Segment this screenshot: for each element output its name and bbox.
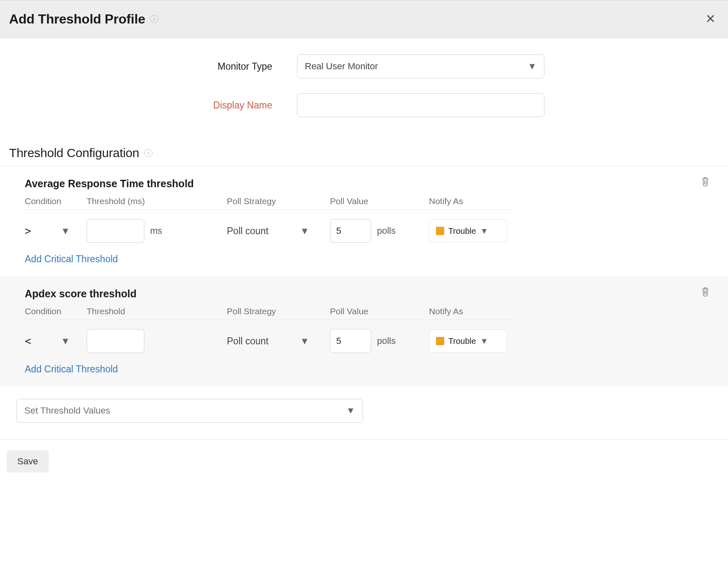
condition-select[interactable]: < ▼ [25, 329, 70, 353]
save-button[interactable]: Save [7, 450, 49, 473]
add-critical-threshold-link[interactable]: Add Critical Threshold [25, 364, 118, 375]
poll-value-input[interactable] [330, 219, 371, 243]
threshold-input[interactable] [87, 329, 144, 353]
set-threshold-values-select[interactable]: Set Threshold Values ▼ [16, 399, 363, 423]
caret-down-icon: ▼ [300, 336, 309, 347]
add-critical-threshold-link[interactable]: Add Critical Threshold [25, 254, 118, 265]
caret-down-icon: ▼ [346, 405, 355, 416]
display-name-input[interactable] [297, 93, 544, 117]
section-title: Threshold Configuration [9, 146, 139, 160]
delete-threshold-button[interactable] [701, 286, 710, 299]
dialog-header: Add Threshold Profile i ✕ [0, 0, 728, 38]
col-poll-value: Poll Value [330, 196, 429, 206]
monitor-type-select[interactable]: Real User Monitor ▼ [297, 54, 544, 78]
set-threshold-values-label: Set Threshold Values [24, 405, 110, 416]
col-notify: Notify As [429, 196, 507, 206]
poll-unit: polls [377, 226, 396, 236]
display-name-label: Display Name [8, 100, 272, 111]
caret-down-icon: ▼ [480, 336, 488, 346]
notify-as-select[interactable]: Trouble ▼ [429, 219, 507, 242]
delete-threshold-button[interactable] [701, 176, 710, 189]
notify-as-select[interactable]: Trouble ▼ [429, 329, 507, 353]
col-notify: Notify As [429, 306, 507, 316]
status-color-swatch [436, 227, 444, 235]
caret-down-icon: ▼ [528, 61, 537, 72]
page-title: Add Threshold Profile [9, 12, 145, 27]
condition-select[interactable]: > ▼ [25, 219, 70, 243]
threshold-title: Average Response Time threshold [25, 178, 703, 190]
poll-unit: polls [377, 336, 396, 346]
poll-strategy-value: Poll count [227, 226, 269, 237]
threshold-block-avg-response-time: Average Response Time threshold Conditio… [0, 166, 728, 276]
poll-strategy-value: Poll count [227, 336, 269, 347]
caret-down-icon: ▼ [300, 226, 309, 237]
col-threshold: Threshold [87, 306, 227, 316]
status-color-swatch [436, 337, 444, 345]
trash-icon [701, 176, 710, 187]
monitor-type-value: Real User Monitor [305, 61, 378, 72]
notify-as-value: Trouble [448, 336, 476, 346]
info-icon[interactable]: i [150, 15, 158, 23]
poll-strategy-select[interactable]: Poll count ▼ [227, 219, 309, 243]
threshold-unit: ms [150, 226, 162, 236]
poll-strategy-select[interactable]: Poll count ▼ [227, 329, 309, 353]
caret-down-icon: ▼ [61, 336, 70, 347]
caret-down-icon: ▼ [480, 226, 488, 236]
profile-form: Monitor Type Real User Monitor ▼ Display… [0, 38, 728, 138]
info-icon[interactable]: i [144, 149, 153, 157]
threshold-block-apdex: Apdex score threshold Condition Threshol… [0, 276, 728, 386]
poll-value-input[interactable] [330, 329, 371, 353]
threshold-input[interactable] [87, 219, 144, 243]
condition-value: < [25, 335, 31, 347]
condition-value: > [25, 225, 31, 237]
close-icon[interactable]: ✕ [702, 11, 719, 27]
col-poll-strategy: Poll Strategy [227, 306, 330, 316]
col-condition: Condition [25, 196, 87, 206]
caret-down-icon: ▼ [61, 226, 70, 237]
col-poll-value: Poll Value [330, 306, 429, 316]
trash-icon [701, 286, 710, 297]
notify-as-value: Trouble [448, 226, 476, 236]
col-condition: Condition [25, 306, 87, 316]
col-poll-strategy: Poll Strategy [227, 196, 330, 206]
threshold-title: Apdex score threshold [25, 288, 703, 300]
monitor-type-label: Monitor Type [8, 61, 272, 72]
col-threshold: Threshold (ms) [87, 196, 227, 206]
